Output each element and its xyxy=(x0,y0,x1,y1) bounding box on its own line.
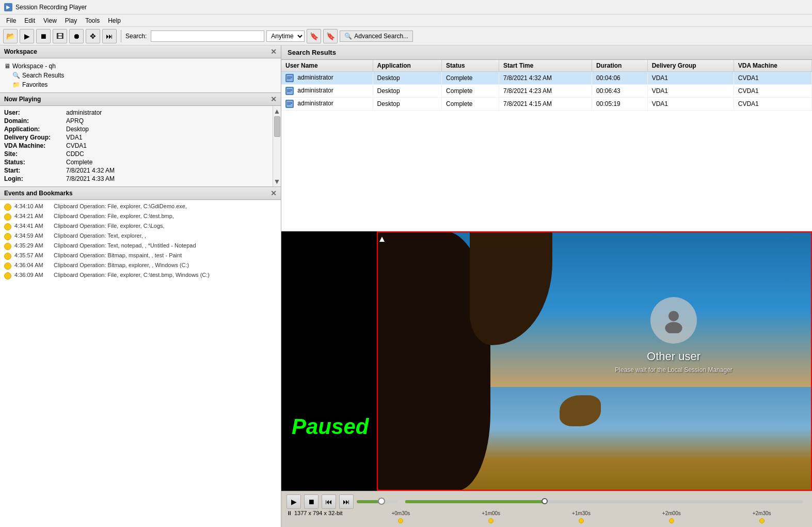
forward-button[interactable]: ⏭ xyxy=(102,29,117,43)
col-application[interactable]: Application xyxy=(373,60,442,72)
open-button[interactable]: 📂 xyxy=(3,29,18,43)
row1-dg: VDA1 xyxy=(647,72,734,85)
list-item[interactable]: 4:34:59 AM Clipboard Operation: Text, ex… xyxy=(0,231,281,241)
stop-button[interactable]: ⏹ xyxy=(36,29,51,43)
sidebar-item-favorites[interactable]: 📁 Favorites xyxy=(4,80,277,89)
svg-rect-13 xyxy=(287,103,292,104)
favorites-label: Favorites xyxy=(22,81,47,88)
volume-thumb[interactable] xyxy=(378,498,385,505)
search-prev-button[interactable]: 🔖 xyxy=(307,29,321,43)
delivery-group-value: VDA1 xyxy=(66,134,82,141)
stop-ctrl-button[interactable]: ⏹ xyxy=(304,494,319,509)
timeline-dot-4[interactable] xyxy=(669,518,674,523)
table-row[interactable]: administrator Desktop Complete 7/8/2021 … xyxy=(281,98,812,111)
results-table: User Name Application Status Start Time … xyxy=(281,60,812,231)
start-label: Start: xyxy=(4,167,66,174)
info-site: Site: CDDC xyxy=(4,150,263,158)
row2-vda: CVDA1 xyxy=(734,85,811,98)
info-login: Login: 7/8/2021 4:33 AM xyxy=(4,175,263,182)
menu-help[interactable]: Help xyxy=(104,16,125,25)
row3-user: administrator xyxy=(281,98,373,111)
list-item[interactable]: 4:35:57 AM Clipboard Operation: Bitmap, … xyxy=(0,251,281,261)
event-text: Clipboard Operation: Text, explorer, , xyxy=(54,233,146,239)
menu-tools[interactable]: Tools xyxy=(81,16,104,25)
event-text: Clipboard Operation: Text, notepad, , *U… xyxy=(54,242,196,249)
col-delivery-group[interactable]: Delivery Group xyxy=(647,60,734,72)
workspace-close[interactable]: ✕ xyxy=(270,48,277,56)
advanced-search-icon: 🔍 xyxy=(344,33,352,40)
row1-user: administrator xyxy=(281,72,373,85)
timeline-dot-5[interactable] xyxy=(759,518,765,523)
row2-dg: VDA1 xyxy=(647,85,734,98)
fast-forward-button[interactable]: ⏭ xyxy=(339,494,354,509)
events-close[interactable]: ✕ xyxy=(270,189,277,197)
workspace-root[interactable]: 🖥 Workspace - qh xyxy=(4,61,277,71)
col-start-time[interactable]: Start Time xyxy=(499,60,592,72)
record-button[interactable]: ⏺ xyxy=(69,29,84,43)
svg-rect-14 xyxy=(287,104,291,105)
volume-slider[interactable] xyxy=(357,500,398,503)
row1-app: Desktop xyxy=(373,72,442,85)
col-duration[interactable]: Duration xyxy=(592,60,648,72)
controls-row: ▶ ⏹ ⏮ ⏭ xyxy=(281,491,812,510)
row1-status: Complete xyxy=(442,72,499,85)
play-pause-button[interactable]: ▶ xyxy=(286,494,301,509)
time-mark-3: +1m30s xyxy=(572,510,591,516)
timeline-dot-3[interactable] xyxy=(579,518,584,523)
row1-duration: 00:04:06 xyxy=(592,72,648,85)
now-playing-scrollbar[interactable]: ▲ ▼ xyxy=(273,106,281,187)
delivery-group-label: Delivery Group: xyxy=(4,134,66,141)
table-row[interactable]: administrator Desktop Complete 7/8/2021 … xyxy=(281,72,812,85)
menu-view[interactable]: View xyxy=(39,16,61,25)
event-text: Clipboard Operation: File, explorer, C:\… xyxy=(54,213,174,219)
move-button[interactable]: ✥ xyxy=(86,29,100,43)
left-panel: Workspace ✕ 🖥 Workspace - qh 🔍 Search Re… xyxy=(0,45,281,527)
list-item[interactable]: 4:36:04 AM Clipboard Operation: Bitmap, … xyxy=(0,261,281,271)
record-screen-button[interactable]: 🎞 xyxy=(53,29,67,43)
sidebar-item-search-results[interactable]: 🔍 Search Results xyxy=(4,71,277,80)
scrollbar-thumb[interactable] xyxy=(274,116,280,137)
table-row[interactable]: administrator Desktop Complete 7/8/2021 … xyxy=(281,85,812,98)
timeline-thumb[interactable] xyxy=(542,498,548,504)
favorites-icon: 📁 xyxy=(12,81,20,88)
menu-edit[interactable]: Edit xyxy=(20,16,39,25)
row-icon xyxy=(285,100,294,108)
row3-duration: 00:05:19 xyxy=(592,98,648,111)
play-button[interactable]: ▶ xyxy=(20,29,34,43)
timeline-dot-2[interactable] xyxy=(488,518,493,523)
events-panel: Events and Bookmarks ✕ 4:34:10 AM Clipbo… xyxy=(0,187,281,527)
vda-machine-value: CVDA1 xyxy=(66,142,87,149)
list-item[interactable]: 4:34:21 AM Clipboard Operation: File, ex… xyxy=(0,212,281,222)
mouse-cursor xyxy=(379,237,380,238)
rewind-button[interactable]: ⏮ xyxy=(322,494,336,509)
advanced-search-button[interactable]: 🔍 Advanced Search... xyxy=(340,30,413,42)
search-input[interactable] xyxy=(151,30,264,42)
search-results-title: Search Results xyxy=(288,49,336,56)
workspace-title: Workspace xyxy=(4,48,37,55)
resolution-info: 1377 x 794 x 32-bit xyxy=(294,510,343,516)
event-dot-icon xyxy=(4,262,11,270)
timeline-dot-1[interactable] xyxy=(398,518,403,523)
col-vda-machine[interactable]: VDA Machine xyxy=(734,60,811,72)
time-mark-5: +2m30s xyxy=(753,510,771,516)
svg-point-15 xyxy=(668,311,679,321)
event-dot-icon xyxy=(4,213,11,221)
menu-file[interactable]: File xyxy=(2,16,20,25)
list-item[interactable]: 4:36:09 AM Clipboard Operation: File, ex… xyxy=(0,271,281,281)
row2-status: Complete xyxy=(442,85,499,98)
menu-play[interactable]: Play xyxy=(61,16,81,25)
other-user-text: Other user xyxy=(615,350,732,363)
list-item[interactable]: 4:34:41 AM Clipboard Operation: File, ex… xyxy=(0,222,281,231)
row2-duration: 00:06:43 xyxy=(592,85,648,98)
search-next-button[interactable]: 🔖 xyxy=(323,29,338,43)
info-domain: Domain: APRQ xyxy=(4,117,263,125)
list-item[interactable]: 4:35:29 AM Clipboard Operation: Text, no… xyxy=(0,241,281,251)
app-icon: ▶ xyxy=(4,3,12,11)
col-status[interactable]: Status xyxy=(442,60,499,72)
list-item[interactable]: 4:34:10 AM Clipboard Operation: File, ex… xyxy=(0,202,281,212)
col-username[interactable]: User Name xyxy=(281,60,373,72)
time-filter-dropdown[interactable]: Anytime xyxy=(266,30,305,42)
now-playing-close[interactable]: ✕ xyxy=(270,95,277,103)
right-panel: Search Results User Name Application Sta… xyxy=(281,45,812,527)
timeline[interactable] xyxy=(405,500,803,503)
